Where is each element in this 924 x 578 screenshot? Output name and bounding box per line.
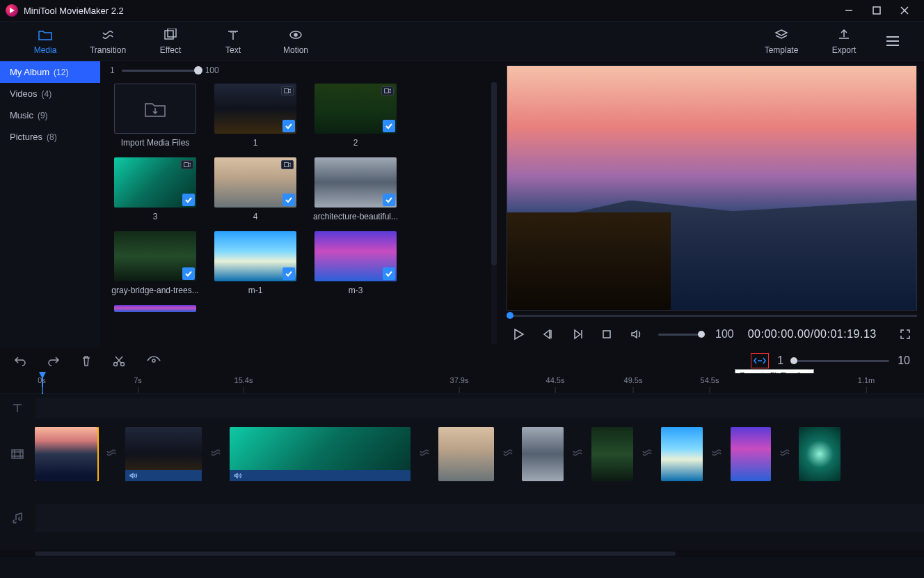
text-label: Text xyxy=(225,45,241,55)
zoom-to-fit-button[interactable] xyxy=(751,353,769,368)
ruler-tick: 49.5s xyxy=(624,376,643,384)
text-track[interactable] xyxy=(35,398,924,418)
crop-button[interactable] xyxy=(146,355,161,366)
svg-rect-15 xyxy=(285,163,289,167)
template-label: Template xyxy=(765,45,799,55)
media-thumbnail[interactable] xyxy=(314,157,397,208)
export-button[interactable]: Export xyxy=(813,27,875,55)
music-track-row xyxy=(0,486,924,550)
transition-slot[interactable] xyxy=(639,446,655,462)
prev-frame-button[interactable] xyxy=(540,324,555,345)
video-badge-icon xyxy=(181,160,193,169)
transition-slot[interactable] xyxy=(500,446,516,462)
media-thumbnail[interactable] xyxy=(214,84,296,134)
text-icon xyxy=(225,27,241,42)
gallery-scrollbar[interactable] xyxy=(491,82,497,344)
undo-button[interactable] xyxy=(14,355,26,366)
svg-marker-0 xyxy=(10,8,15,13)
ruler-tick: 37.9s xyxy=(450,376,469,384)
video-badge-icon xyxy=(381,86,394,95)
media-caption: 2 xyxy=(310,138,401,148)
motion-icon xyxy=(288,27,303,42)
volume-value: 100 xyxy=(715,328,734,341)
media-thumbnail[interactable] xyxy=(214,157,296,208)
timeline-clip[interactable] xyxy=(230,427,411,481)
timeline-clip[interactable] xyxy=(125,427,202,481)
gallery-zoom-slider[interactable] xyxy=(122,70,198,72)
volume-button[interactable] xyxy=(628,324,644,345)
next-frame-button[interactable] xyxy=(570,324,585,345)
window-close-button[interactable] xyxy=(891,0,918,21)
timeline-clip[interactable] xyxy=(799,427,841,481)
motion-tab[interactable]: Motion xyxy=(264,27,327,55)
split-button[interactable] xyxy=(113,354,125,367)
ruler-tick: 15.4s xyxy=(234,376,253,384)
svg-point-24 xyxy=(152,359,155,362)
effect-tab[interactable]: Effect xyxy=(139,27,202,55)
timeline-clip[interactable] xyxy=(591,427,633,481)
stop-button[interactable] xyxy=(599,324,614,345)
media-thumbnail[interactable] xyxy=(114,305,196,312)
video-track-icon xyxy=(0,448,35,460)
timeline-clip[interactable] xyxy=(522,427,564,481)
media-thumbnail[interactable] xyxy=(114,231,196,281)
play-button[interactable] xyxy=(511,324,526,345)
timeline-scrollbar[interactable] xyxy=(0,550,924,557)
template-tab[interactable]: Template xyxy=(750,27,813,55)
transition-slot[interactable] xyxy=(103,446,120,462)
ruler-tick: 7s xyxy=(134,376,142,384)
media-tab[interactable]: Media xyxy=(14,27,77,55)
media-thumbnail[interactable] xyxy=(314,84,397,134)
template-icon xyxy=(774,27,789,42)
svg-point-22 xyxy=(114,363,118,366)
music-track[interactable] xyxy=(35,504,924,532)
media-thumbnail[interactable] xyxy=(314,231,397,281)
sidebar-count: (12) xyxy=(54,68,68,77)
transition-slot[interactable] xyxy=(708,446,725,462)
transition-slot[interactable] xyxy=(569,446,586,462)
titlebar: MiniTool MovieMaker 2.2 xyxy=(0,0,924,21)
video-track-row xyxy=(0,422,924,486)
timeline-clip[interactable] xyxy=(438,427,494,481)
app-title: MiniTool MovieMaker 2.2 xyxy=(24,6,124,16)
timeline-ruler[interactable]: 0s7s15.4s37.9s44.5s49.5s54.5s1.1m xyxy=(0,373,924,394)
transition-tab[interactable]: Transition xyxy=(77,27,139,55)
timeline-clip[interactable] xyxy=(35,427,97,481)
ruler-tick: 1.1m xyxy=(858,376,875,384)
window-minimize-button[interactable] xyxy=(835,0,863,21)
delete-button[interactable] xyxy=(81,354,92,367)
media-thumbnail[interactable] xyxy=(214,231,296,281)
volume-slider[interactable] xyxy=(658,334,701,336)
menu-button[interactable] xyxy=(875,27,910,55)
media-caption: gray-bridge-and-trees... xyxy=(110,286,200,295)
timeline-clip[interactable] xyxy=(731,427,771,481)
gallery-zoom-max: 100 xyxy=(205,65,219,75)
sidebar-item-pictures[interactable]: Pictures (8) xyxy=(0,126,100,148)
timeline-zoom-slider[interactable] xyxy=(792,360,889,362)
media-caption: 3 xyxy=(110,212,200,221)
sidebar-label: My Album xyxy=(10,67,49,77)
ruler-tick: 44.5s xyxy=(546,376,565,384)
video-track[interactable] xyxy=(35,427,924,481)
transition-slot[interactable] xyxy=(776,446,793,462)
sidebar-label: Videos xyxy=(10,88,38,99)
check-icon xyxy=(182,267,195,280)
fullscreen-button[interactable] xyxy=(898,324,913,345)
sidebar-item-videos[interactable]: Videos (4) xyxy=(0,83,100,104)
transition-slot[interactable] xyxy=(416,446,433,462)
redo-button[interactable] xyxy=(47,355,60,366)
import-media-button[interactable] xyxy=(114,84,196,134)
transition-slot[interactable] xyxy=(207,446,224,462)
sidebar-item-music[interactable]: Music (9) xyxy=(0,104,100,126)
preview-viewport[interactable] xyxy=(507,65,917,311)
preview-seekbar[interactable] xyxy=(507,311,917,320)
check-icon xyxy=(282,120,295,132)
sidebar-item-my-album[interactable]: My Album (12) xyxy=(0,61,100,83)
media-caption: architecture-beautiful... xyxy=(310,212,401,221)
check-icon xyxy=(282,194,295,206)
window-maximize-button[interactable] xyxy=(863,0,891,21)
media-thumbnail[interactable] xyxy=(114,157,196,208)
timeline-clip[interactable] xyxy=(661,427,703,481)
svg-rect-13 xyxy=(385,89,389,93)
text-tab[interactable]: Text xyxy=(202,27,264,55)
